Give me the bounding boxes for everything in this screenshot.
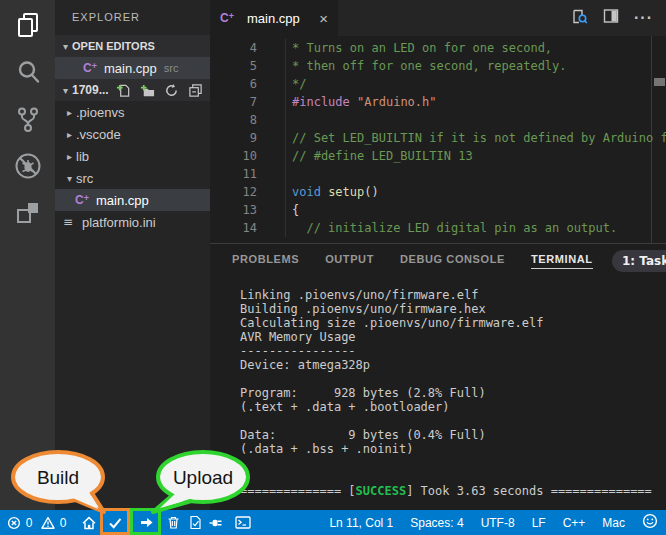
chevron-down-icon: ▾ — [59, 41, 72, 52]
gutter-space — [257, 165, 286, 183]
gutter-space — [257, 183, 286, 201]
chevron-right-icon: ▸ — [63, 107, 76, 118]
file-tree: ▸.pioenvs▸.vscode▸lib▾srcC+main.cpp≡plat… — [55, 101, 210, 233]
chevron-right-icon: ▸ — [63, 129, 76, 140]
terminal-line: ============== [SUCCESS] Took 3.63 secon… — [240, 484, 652, 498]
chevron-right-icon: ▸ — [63, 151, 76, 162]
line-number: 9 — [210, 129, 257, 147]
code-line-10[interactable]: 10// #define LED_BUILTIN 13 — [210, 147, 666, 165]
line-number: 11 — [210, 165, 257, 183]
vscode-window: EXPLORER ▾ OPEN EDITORS C+ main.cpp src … — [0, 0, 666, 535]
folder-section-header[interactable]: ▾ 1709... — [55, 79, 210, 101]
tree-item-src[interactable]: ▾src — [55, 167, 210, 189]
code-line-7[interactable]: 7#include "Arduino.h" — [210, 93, 666, 111]
debug-icon[interactable] — [13, 151, 43, 181]
line-text — [286, 111, 292, 129]
code-line-11[interactable]: 11 — [210, 165, 666, 183]
panel-tabs-list: PROBLEMSOUTPUTDEBUG CONSOLETERMINAL — [210, 244, 666, 278]
open-editors-label: OPEN EDITORS — [72, 40, 155, 52]
status-right-items: Ln 11, Col 1Spaces: 4UTF-8LFC++Mac — [329, 516, 625, 530]
code-line-9[interactable]: 9// Set LED_BUILTIN if it is not defined… — [210, 129, 666, 147]
new-folder-icon[interactable] — [140, 83, 155, 98]
code-editor[interactable]: 4* Turns on an LED on for one second,5* … — [210, 36, 666, 243]
search-icon[interactable] — [13, 57, 43, 87]
tree-item-label: .vscode — [76, 127, 121, 142]
terminal-line: Building .pioenvs/uno/firmware.hex — [240, 302, 652, 316]
code-line-5[interactable]: 5* then off for one second, repeatedly. — [210, 57, 666, 75]
code-line-4[interactable]: 4* Turns on an LED on for one second, — [210, 39, 666, 57]
bottom-panel: PROBLEMSOUTPUTDEBUG CONSOLETERMINAL 1: T… — [210, 243, 666, 510]
line-number: 12 — [210, 183, 257, 201]
feedback-smiley-icon[interactable] — [642, 513, 658, 532]
cpp-file-icon: C+ — [83, 61, 100, 75]
gutter-space — [257, 93, 286, 111]
open-editor-label: main.cpp — [104, 61, 157, 76]
tree-item-lib[interactable]: ▸lib — [55, 145, 210, 167]
status-utf-8[interactable]: UTF-8 — [481, 516, 515, 530]
line-number: 7 — [210, 93, 257, 111]
tree-item-label: .pioenvs — [76, 105, 124, 120]
gutter-space — [257, 39, 286, 57]
line-text: */ — [286, 75, 306, 93]
code-line-13[interactable]: 13{ — [210, 201, 666, 219]
extensions-icon[interactable] — [13, 198, 43, 228]
status-mac[interactable]: Mac — [602, 516, 625, 530]
tree-item-label: platformio.ini — [82, 215, 156, 230]
line-number: 5 — [210, 57, 257, 75]
tab-title: main.cpp — [247, 11, 300, 26]
editor-scrollbar[interactable] — [651, 36, 666, 243]
line-text: // Set LED_BUILTIN if it is not defined … — [286, 129, 666, 147]
gutter-space — [257, 57, 286, 75]
line-text: void setup() — [286, 183, 379, 201]
tab-main-cpp[interactable]: C+ main.cpp × — [210, 0, 338, 36]
status-c[interactable]: C++ — [563, 516, 586, 530]
explorer-icon[interactable] — [13, 10, 43, 40]
tree-item-platformio-ini[interactable]: ≡platformio.ini — [55, 211, 210, 233]
tree-item-label: lib — [76, 149, 89, 164]
terminal-selector[interactable]: 1: Task ⇅ — [612, 250, 666, 272]
scrollbar-thumb[interactable] — [654, 78, 665, 86]
tree-item-label: src — [76, 171, 93, 186]
cpp-file-icon: C+ — [220, 11, 237, 25]
sidebar-title: EXPLORER — [55, 0, 210, 35]
panel-tab-terminal[interactable]: TERMINAL — [531, 253, 593, 269]
tree-item-vscode[interactable]: ▸.vscode — [55, 123, 210, 145]
line-text: #include "Arduino.h" — [286, 93, 437, 111]
terminal-output[interactable]: Linking .pioenvs/uno/firmware.elfBuildin… — [240, 288, 652, 498]
folder-name: 1709... — [72, 83, 109, 97]
terminal-line: AVR Memory Usage — [240, 330, 652, 344]
new-file-icon[interactable] — [116, 83, 131, 98]
terminal-line: Device: atmega328p — [240, 358, 652, 372]
panel-tab-output[interactable]: OUTPUT — [325, 253, 374, 269]
tree-item-main-cpp[interactable]: C+main.cpp — [55, 189, 210, 211]
status-lf[interactable]: LF — [532, 516, 546, 530]
code-line-14[interactable]: 14 // initialize LED digital pin as an o… — [210, 219, 666, 237]
line-text: * then off for one second, repeatedly. — [286, 57, 567, 75]
status-ln-11-col-1[interactable]: Ln 11, Col 1 — [329, 516, 393, 530]
code-line-8[interactable]: 8 — [210, 111, 666, 129]
more-actions-icon[interactable]: ··· — [634, 9, 653, 27]
line-number: 8 — [210, 111, 257, 129]
terminal-line — [240, 470, 652, 484]
code-line-12[interactable]: 12void setup() — [210, 183, 666, 201]
tree-item-pioenvs[interactable]: ▸.pioenvs — [55, 101, 210, 123]
panel-tab-debug-console[interactable]: DEBUG CONSOLE — [400, 253, 505, 269]
explorer-sidebar: EXPLORER ▾ OPEN EDITORS C+ main.cpp src … — [55, 0, 210, 510]
open-editor-main-cpp[interactable]: C+ main.cpp src — [55, 57, 210, 79]
status-spaces-4[interactable]: Spaces: 4 — [410, 516, 463, 530]
open-preview-icon[interactable] — [571, 8, 588, 29]
open-editors-header[interactable]: ▾ OPEN EDITORS — [55, 35, 210, 57]
terminal-line: Program: 928 bytes (2.8% Full) — [240, 386, 652, 400]
refresh-icon[interactable] — [164, 83, 179, 98]
panel-tab-problems[interactable]: PROBLEMS — [232, 253, 299, 269]
terminal-line: Data: 9 bytes (0.4% Full) — [240, 428, 652, 442]
collapse-all-icon[interactable] — [188, 83, 203, 98]
status-right: Ln 11, Col 1Spaces: 4UTF-8LFC++Mac — [329, 510, 658, 535]
close-icon[interactable]: × — [319, 11, 328, 26]
code-line-6[interactable]: 6*/ — [210, 75, 666, 93]
tree-item-label: main.cpp — [96, 193, 149, 208]
source-control-icon[interactable] — [13, 104, 43, 134]
line-number: 13 — [210, 201, 257, 219]
code-lines: 4* Turns on an LED on for one second,5* … — [210, 39, 666, 237]
split-editor-icon[interactable] — [603, 8, 619, 28]
